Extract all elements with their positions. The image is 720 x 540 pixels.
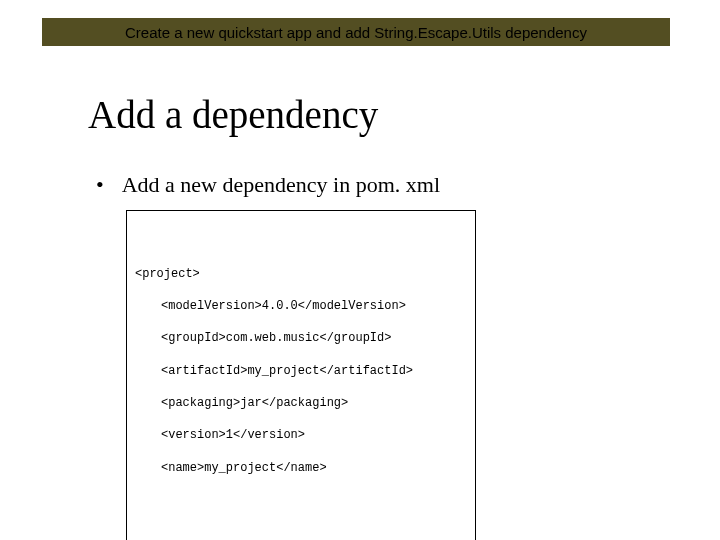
bullet-marker: • [96, 172, 104, 198]
code-line: <modelVersion>4.0.0</modelVersion> [135, 298, 467, 314]
code-box: <project> <modelVersion>4.0.0</modelVers… [126, 210, 476, 540]
code-line: <name>my_project</name> [135, 460, 467, 476]
code-line: <artifactId>my_project</artifactId> [135, 363, 467, 379]
bullet-item: • Add a new dependency in pom. xml [96, 172, 440, 198]
code-line: <version>1</version> [135, 427, 467, 443]
top-banner-text: Create a new quickstart app and add Stri… [125, 24, 587, 41]
code-line: <groupId>com.web.music</groupId> [135, 330, 467, 346]
code-line: <project> [135, 266, 467, 282]
bullet-text: Add a new dependency in pom. xml [122, 172, 440, 198]
code-block-1: <project> <modelVersion>4.0.0</modelVers… [135, 249, 467, 508]
top-banner: Create a new quickstart app and add Stri… [42, 18, 670, 46]
slide-title: Add a dependency [88, 92, 378, 137]
code-line: <packaging>jar</packaging> [135, 395, 467, 411]
